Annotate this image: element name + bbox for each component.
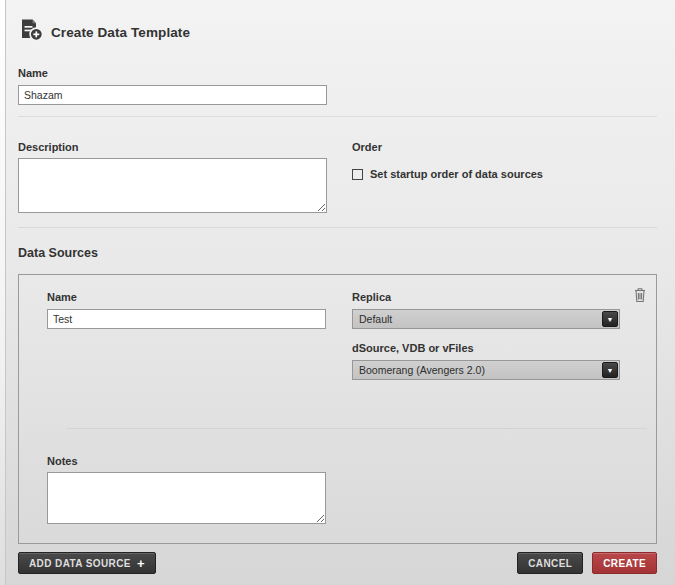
notes-textarea[interactable]: [47, 472, 326, 524]
source-dropdown[interactable]: Boomerang (Avengers 2.0) ▼: [352, 360, 620, 380]
cancel-button[interactable]: CANCEL: [517, 552, 583, 574]
description-order-row: Description Order Set startup order of d…: [18, 141, 657, 213]
data-sources-heading: Data Sources: [18, 246, 657, 260]
create-button-label: CREATE: [603, 558, 646, 569]
data-source-fields-row: Name Replica Default ▼ dSource, VDB or v…: [47, 291, 620, 380]
startup-order-checkbox-label: Set startup order of data sources: [370, 168, 543, 180]
replica-dropdown-value: Default: [353, 313, 602, 325]
section-divider: [18, 116, 657, 117]
page-title: Create Data Template: [51, 25, 190, 40]
source-type-label: dSource, VDB or vFiles: [352, 342, 620, 354]
source-name-label: Name: [47, 291, 352, 303]
delete-data-source-button[interactable]: [633, 287, 647, 306]
replica-label: Replica: [352, 291, 620, 303]
replica-dropdown[interactable]: Default ▼: [352, 309, 620, 329]
source-dropdown-value: Boomerang (Avengers 2.0): [353, 364, 602, 376]
dialog-footer: ADD DATA SOURCE + CANCEL CREATE: [18, 552, 657, 574]
document-add-icon: [18, 17, 44, 47]
add-data-source-label: ADD DATA SOURCE: [29, 558, 131, 569]
trash-icon: [633, 291, 647, 306]
source-name-input[interactable]: [47, 309, 326, 329]
chevron-down-icon: ▼: [602, 362, 618, 378]
dialog-content: Create Data Template Name Description Or…: [18, 0, 657, 585]
startup-order-checkbox[interactable]: [352, 169, 363, 180]
panel-divider: [67, 428, 647, 429]
plus-icon: +: [137, 557, 145, 570]
create-button[interactable]: CREATE: [592, 552, 657, 574]
chevron-down-icon: ▼: [602, 311, 618, 327]
create-data-template-dialog: Create Data Template Name Description Or…: [0, 0, 675, 585]
left-edge-strip: [0, 0, 6, 585]
notes-label: Notes: [47, 455, 620, 467]
cancel-button-label: CANCEL: [528, 558, 572, 569]
order-checkbox-row: Set startup order of data sources: [352, 168, 657, 180]
description-label: Description: [18, 141, 352, 153]
order-label: Order: [352, 141, 657, 153]
name-label: Name: [18, 67, 657, 79]
section-divider: [18, 227, 657, 228]
dialog-header: Create Data Template: [18, 0, 657, 47]
add-data-source-button[interactable]: ADD DATA SOURCE +: [18, 552, 156, 574]
data-source-entry-panel: Name Replica Default ▼ dSource, VDB or v…: [18, 274, 657, 544]
name-input[interactable]: [18, 85, 327, 105]
description-textarea[interactable]: [18, 158, 327, 213]
